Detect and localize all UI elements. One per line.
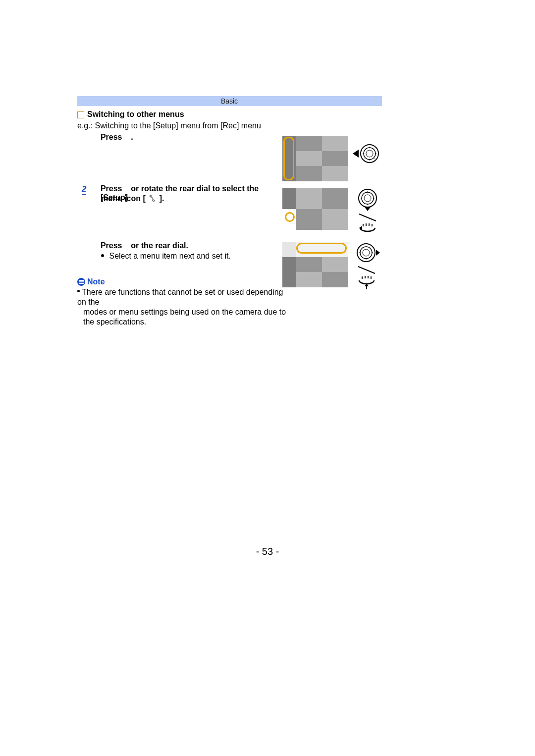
svg-marker-19 xyxy=(365,207,371,211)
svg-point-27 xyxy=(360,247,372,259)
control-ring-icon xyxy=(360,144,379,163)
svg-line-20 xyxy=(359,214,376,221)
note-body: There are functions that cannot be set o… xyxy=(77,287,290,327)
svg-point-3 xyxy=(366,150,373,157)
section-title: Switching to other menus xyxy=(87,110,184,119)
svg-line-11 xyxy=(365,158,366,159)
dial-down-rotate-icon xyxy=(356,188,379,235)
step2-line2-a: menu icon [ xyxy=(101,194,146,203)
section-subtitle: e.g.: Switching to the [Setup] menu from… xyxy=(77,121,261,130)
svg-point-13 xyxy=(362,192,374,204)
bullet-icon xyxy=(77,290,80,292)
highlight-ring xyxy=(285,212,295,222)
step-3: 3 Press 1 or the rear dial. xyxy=(82,241,188,252)
svg-marker-33 xyxy=(376,250,380,256)
highlight-row xyxy=(296,243,347,254)
triangle-left-icon xyxy=(353,150,359,158)
step1-text-suffix: . xyxy=(131,133,133,141)
step-1: 1 Press 2 . xyxy=(82,133,133,143)
illustration-step-2 xyxy=(282,188,348,230)
step-number-2: 2 xyxy=(82,184,86,195)
step-2-line-2: menu icon [ ]. xyxy=(101,194,164,204)
svg-point-14 xyxy=(364,195,371,202)
svg-line-10 xyxy=(374,149,374,150)
highlight-column xyxy=(283,137,294,180)
illustration-step-1 xyxy=(282,136,348,181)
svg-line-9 xyxy=(374,158,374,159)
illustration-step-3 xyxy=(282,242,348,287)
bullet-icon xyxy=(101,254,104,257)
page-number: - 53 - xyxy=(0,546,535,557)
note-icon xyxy=(77,278,85,286)
svg-line-34 xyxy=(358,267,375,273)
square-outline-icon xyxy=(77,111,84,118)
step3-text-a: Press xyxy=(101,241,124,250)
svg-point-28 xyxy=(363,249,370,256)
step1-text-prefix: Press xyxy=(101,133,124,141)
setup-wrench-icon xyxy=(149,195,156,204)
step-3-sub: Select a menu item next and set it. xyxy=(101,252,231,261)
svg-line-8 xyxy=(365,149,366,150)
step2-line2-b: ]. xyxy=(160,194,164,203)
step3-text-b: or the rear dial. xyxy=(131,241,188,250)
dial-right-push-icon xyxy=(356,243,381,292)
step2-text-a: Press xyxy=(101,184,124,193)
note-body-rest: modes or menu settings being used on the… xyxy=(77,307,290,327)
section-header: Basic xyxy=(77,96,382,106)
note-label: Note xyxy=(87,277,105,286)
note-body-first: There are functions that cannot be set o… xyxy=(77,288,283,306)
note-header: Note xyxy=(77,277,105,286)
step3-sub-text: Select a menu item next and set it. xyxy=(109,252,230,260)
